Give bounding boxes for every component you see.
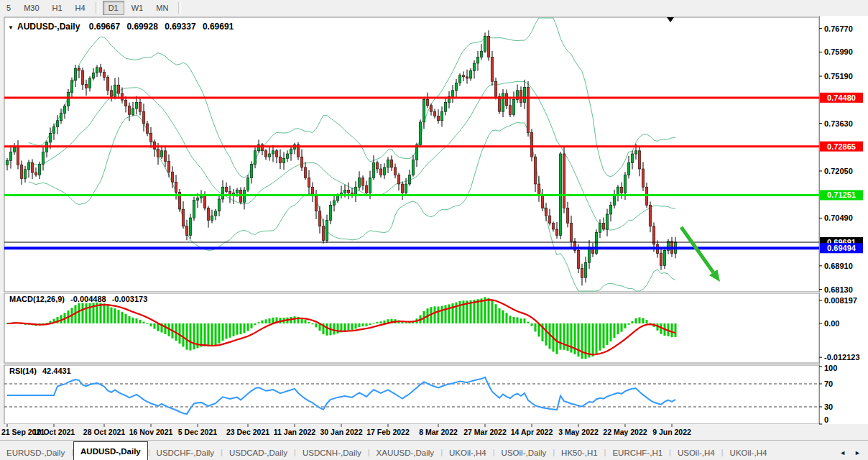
- timeframe-button-mn[interactable]: MN: [150, 1, 174, 15]
- macd-name: MACD(12,26,9): [9, 295, 65, 303]
- tab-usdcad-daily[interactable]: USDCAD-,Daily: [223, 444, 294, 460]
- timeframe-toolbar: 5M30H1H4D1W1MN: [0, 0, 868, 17]
- toolbar-separator: [96, 2, 98, 14]
- svg-text:0.75190: 0.75190: [824, 72, 853, 80]
- svg-text:0.75990: 0.75990: [824, 47, 853, 56]
- tab-usdchf-daily[interactable]: USDCHF-,Daily: [150, 444, 221, 460]
- chart-tab-bar: EURUSD-,Daily|AUDUSD-,Daily|USDCHF-,Dail…: [0, 440, 868, 460]
- tab-ukoil-h4[interactable]: UKOil-,H4: [443, 444, 493, 460]
- svg-text:-0.012123: -0.012123: [824, 353, 860, 362]
- tab-usoil-daily[interactable]: USOil-,Daily: [495, 444, 553, 460]
- svg-text:0.71251: 0.71251: [827, 190, 856, 199]
- svg-text:0.72050: 0.72050: [824, 167, 853, 175]
- svg-text:0.68910: 0.68910: [824, 262, 853, 270]
- svg-text:10 Oct 2021: 10 Oct 2021: [33, 428, 75, 436]
- svg-text:9 Jun 2022: 9 Jun 2022: [652, 428, 691, 436]
- svg-text:0.70490: 0.70490: [824, 213, 853, 222]
- tab-xauusd-daily[interactable]: XAUUSD-,Daily: [370, 444, 441, 460]
- toolbar-separator: [178, 2, 181, 14]
- tab-audusd-daily[interactable]: AUDUSD-,Daily: [73, 441, 148, 460]
- svg-text:0.73630: 0.73630: [824, 119, 853, 128]
- svg-text:0.00: 0.00: [824, 319, 839, 328]
- tab-hk50-h1[interactable]: HK50-,H1: [555, 444, 604, 460]
- svg-text:70: 70: [824, 380, 833, 388]
- svg-text:17 Feb 2022: 17 Feb 2022: [366, 428, 410, 436]
- rsi-name: RSI(14): [9, 367, 37, 375]
- svg-text:0.76770: 0.76770: [824, 24, 853, 33]
- svg-text:5 Dec 2021: 5 Dec 2021: [178, 428, 217, 436]
- tab-scroll-arrows: ◄►: [836, 449, 868, 460]
- svg-text:0: 0: [824, 415, 828, 424]
- svg-text:8 Mar 2022: 8 Mar 2022: [419, 428, 458, 436]
- tab-usoil-h4[interactable]: USOil-,H4: [671, 444, 721, 460]
- tab-eurusd-daily[interactable]: EURUSD-,Daily: [0, 444, 71, 460]
- chart-area[interactable]: 0.767700.759900.751900.736300.720500.704…: [0, 16, 868, 440]
- svg-text:30: 30: [824, 402, 833, 411]
- mt4-window: 5M30H1H4D1W1MN 0.767700.759900.751900.73…: [0, 0, 868, 460]
- macd-value-signal: -0.003173: [112, 295, 148, 303]
- svg-text:0.72865: 0.72865: [827, 142, 856, 151]
- ohlc-low: 0.69337: [165, 22, 196, 32]
- chart-graphics: 0.767700.759900.751900.736300.720500.704…: [0, 16, 868, 440]
- macd-label: MACD(12,26,9) -0.004488 -0.003173: [9, 295, 147, 303]
- svg-text:0.69494: 0.69494: [827, 244, 857, 252]
- svg-text:3 May 2022: 3 May 2022: [558, 428, 599, 436]
- svg-text:30 Jan 2022: 30 Jan 2022: [320, 428, 363, 436]
- svg-text:0.74480: 0.74480: [827, 93, 856, 102]
- tab-ukoil-h4[interactable]: UKOil-,H4: [724, 444, 774, 460]
- ohlc-open: 0.69667: [89, 22, 121, 32]
- collapse-icon[interactable]: ▼: [8, 24, 14, 31]
- rsi-value: 42.4431: [42, 367, 71, 375]
- svg-text:11 Jan 2022: 11 Jan 2022: [274, 428, 316, 436]
- svg-text:27 Mar 2022: 27 Mar 2022: [463, 428, 507, 436]
- macd-value-main: -0.004488: [70, 295, 106, 303]
- tab-scroll-left-icon[interactable]: ◄: [839, 449, 846, 456]
- timeframe-button-h4[interactable]: H4: [70, 1, 91, 15]
- svg-text:14 Apr 2022: 14 Apr 2022: [511, 428, 553, 436]
- svg-text:0.008197: 0.008197: [824, 296, 857, 305]
- tab-usdcnh-daily[interactable]: USDCNH-,Daily: [296, 444, 368, 460]
- chart-title-symbol: AUDUSD-,Daily: [17, 22, 80, 32]
- timeframe-button-h1[interactable]: H1: [47, 1, 68, 15]
- timeframe-button-5[interactable]: 5: [1, 1, 17, 15]
- timeframe-button-d1[interactable]: D1: [103, 1, 124, 15]
- tab-eurchf-h1[interactable]: EURCHF-,H1: [606, 444, 669, 460]
- timeframe-button-w1[interactable]: W1: [126, 1, 149, 15]
- ohlc-high: 0.69928: [126, 22, 158, 32]
- svg-text:28 Oct 2021: 28 Oct 2021: [83, 428, 126, 436]
- svg-text:0.68130: 0.68130: [824, 285, 853, 294]
- svg-text:22 May 2022: 22 May 2022: [603, 428, 647, 436]
- svg-text:16 Nov 2021: 16 Nov 2021: [129, 428, 173, 436]
- timeframe-button-m30[interactable]: M30: [18, 1, 45, 15]
- svg-text:100: 100: [824, 364, 837, 372]
- tab-scroll-right-icon[interactable]: ►: [854, 449, 861, 456]
- ohlc-close: 0.69691: [203, 22, 234, 32]
- svg-text:23 Dec 2021: 23 Dec 2021: [226, 428, 269, 436]
